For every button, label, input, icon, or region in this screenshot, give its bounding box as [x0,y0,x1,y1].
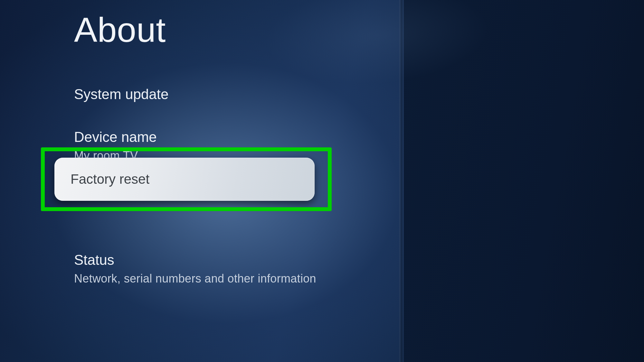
menu-item-system-update[interactable]: System update [74,85,644,103]
menu-item-title: System update [74,85,644,103]
page-title: About [74,10,644,50]
menu-item-subtitle: Network, serial numbers and other inform… [74,271,644,286]
menu-item-status[interactable]: Status Network, serial numbers and other… [74,251,644,286]
menu-item-title: Device name [74,128,644,146]
annotation-highlight [41,147,332,211]
settings-about-screen: About System update Device name My room … [0,0,644,362]
menu-item-title: Status [74,251,644,269]
